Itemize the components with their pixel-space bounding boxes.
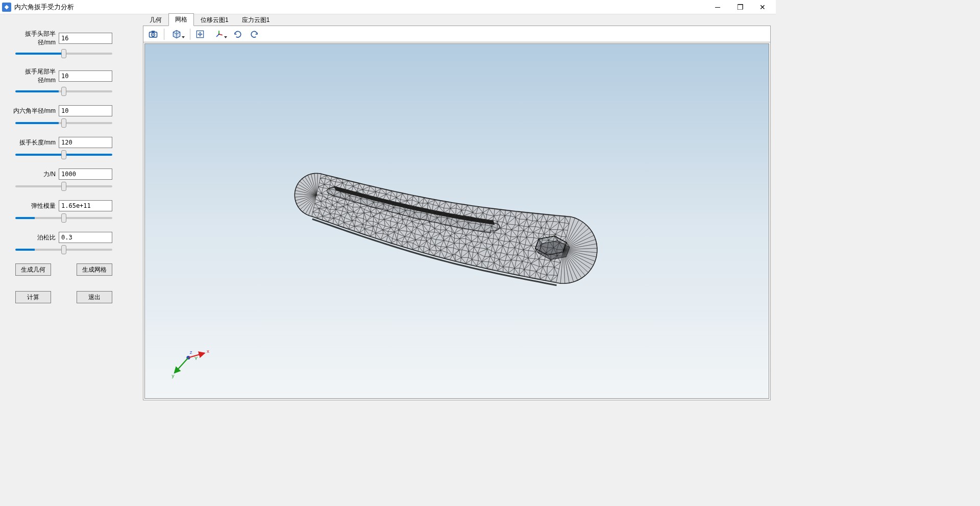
param-label: 弹性模量 bbox=[10, 202, 59, 210]
param-slider-0[interactable] bbox=[15, 53, 112, 55]
generate-mesh-button[interactable]: 生成网格 bbox=[77, 263, 112, 276]
sidebar: 扳手头部半径/mm扳手尾部半径/mm内六角半径/mm扳手长度/mm力/N弹性模量… bbox=[0, 14, 143, 400]
x-axis-label: x bbox=[207, 348, 209, 354]
titlebar: 内六角扳手受力分析 ─ ❐ ✕ bbox=[0, 0, 776, 14]
param-label: 力/N bbox=[10, 170, 59, 179]
window-title: 内六角扳手受力分析 bbox=[14, 3, 74, 12]
svg-line-8 bbox=[175, 358, 188, 373]
param-slider-2[interactable] bbox=[15, 122, 112, 124]
generate-geom-button[interactable]: 生成几何 bbox=[15, 263, 51, 276]
rotate-left-icon[interactable] bbox=[230, 28, 246, 41]
param-slider-5[interactable] bbox=[15, 217, 112, 219]
y-axis-label: y bbox=[172, 373, 175, 378]
param-label: 扳手长度/mm bbox=[10, 138, 59, 147]
svg-point-3 bbox=[153, 34, 154, 35]
maximize-button[interactable]: ❐ bbox=[729, 0, 751, 14]
app-icon bbox=[2, 3, 11, 12]
param-input-5[interactable] bbox=[59, 200, 112, 211]
cube-view-icon[interactable] bbox=[166, 28, 187, 41]
param-input-0[interactable] bbox=[59, 33, 112, 44]
tab-0[interactable]: 几何 bbox=[143, 14, 168, 26]
coord-axes-icon: x y z Y bbox=[165, 337, 211, 383]
mesh-render bbox=[145, 44, 769, 398]
compute-button[interactable]: 计算 bbox=[15, 291, 51, 303]
exit-button[interactable]: 退出 bbox=[77, 291, 112, 303]
param-input-2[interactable] bbox=[59, 105, 112, 116]
rotate-right-icon[interactable] bbox=[247, 28, 262, 41]
param-input-6[interactable] bbox=[59, 232, 112, 243]
close-button[interactable]: ✕ bbox=[751, 0, 774, 14]
content-area: 扳手头部半径/mm扳手尾部半径/mm内六角半径/mm扳手长度/mm力/N弹性模量… bbox=[0, 14, 776, 400]
param-input-4[interactable] bbox=[59, 168, 112, 180]
tab-3[interactable]: 应力云图1 bbox=[235, 14, 277, 26]
camera-icon[interactable] bbox=[145, 28, 161, 41]
z-axis-label: z bbox=[190, 349, 192, 355]
main-panel: 几何网格位移云图1应力云图1 bbox=[143, 14, 776, 400]
viewport-3d[interactable]: x y z Y bbox=[144, 43, 769, 399]
fit-view-icon[interactable] bbox=[192, 28, 208, 41]
minimize-button[interactable]: ─ bbox=[706, 0, 729, 14]
param-input-3[interactable] bbox=[59, 137, 112, 148]
param-slider-1[interactable] bbox=[15, 90, 112, 92]
param-slider-4[interactable] bbox=[15, 185, 112, 187]
tab-1[interactable]: 网格 bbox=[168, 13, 194, 26]
svg-text:Y: Y bbox=[194, 355, 198, 361]
view-toolbar bbox=[143, 26, 770, 42]
param-input-1[interactable] bbox=[59, 70, 112, 82]
param-label: 泊松比 bbox=[10, 233, 59, 242]
param-slider-3[interactable] bbox=[15, 154, 112, 156]
axes-icon[interactable] bbox=[209, 28, 229, 41]
svg-rect-4 bbox=[152, 31, 155, 32]
svg-point-6 bbox=[218, 33, 220, 35]
tab-2[interactable]: 位移云图1 bbox=[194, 14, 235, 26]
param-label: 扳手尾部半径/mm bbox=[10, 67, 59, 85]
tab-bar: 几何网格位移云图1应力云图1 bbox=[143, 14, 771, 26]
param-slider-6[interactable] bbox=[15, 249, 112, 251]
view-wrapper: x y z Y bbox=[143, 26, 771, 400]
param-label: 扳手头部半径/mm bbox=[10, 30, 59, 47]
param-label: 内六角半径/mm bbox=[10, 107, 59, 115]
